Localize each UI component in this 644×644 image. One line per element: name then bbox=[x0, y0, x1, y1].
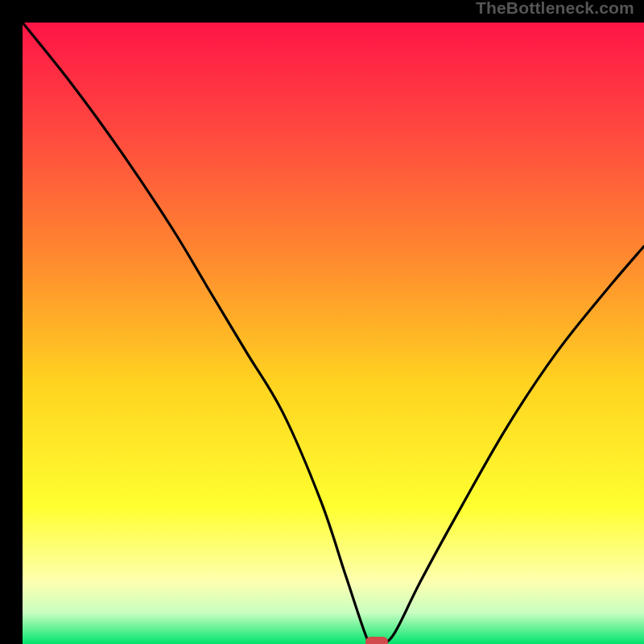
watermark-label: TheBottleneck.com bbox=[476, 0, 634, 18]
chart-frame bbox=[11, 11, 633, 633]
gradient-background bbox=[23, 23, 644, 644]
bottleneck-chart bbox=[23, 23, 644, 644]
optimum-marker bbox=[365, 637, 388, 644]
